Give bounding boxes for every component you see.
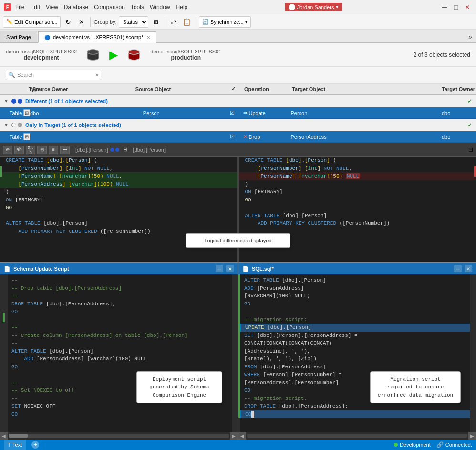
group2-collapse-icon[interactable]: ▼: [4, 122, 9, 127]
menu-help[interactable]: Help: [176, 4, 188, 10]
sql-balloon-text: Migration scriptrequired to ensureerrorf…: [378, 377, 453, 398]
sync-dropdown-icon[interactable]: ▾: [245, 20, 248, 24]
sql-panel-close[interactable]: ✕: [465, 265, 472, 272]
diff-line: ON [PRIMARY]: [239, 188, 476, 196]
panel-line: --: [8, 292, 232, 300]
status-development: Development: [394, 441, 431, 448]
group-different-header[interactable]: ▼ Different (1 of 1 objects selected) ✓: [0, 95, 476, 107]
schema-scroll-right[interactable]: ▶: [230, 432, 238, 440]
search-icon: 🔍: [6, 72, 15, 78]
diff-line: GO: [239, 196, 476, 204]
sql-scroll-left[interactable]: ◀: [238, 432, 246, 440]
panel-line: ALTER TABLE [dbo].[Person]: [240, 276, 470, 284]
panel-line-selected: GO: [240, 410, 470, 419]
table-header: Type Source Owner Source Object ✓ Operat…: [0, 84, 476, 95]
panel-line: SET NOEXEC OFF: [8, 402, 232, 410]
target-db-icon: [127, 48, 141, 62]
user-badge[interactable]: Jordan Sanders ▾: [285, 3, 343, 11]
schema-panel-icon: 📄: [4, 266, 10, 272]
diff-tb-btn1[interactable]: ⊕: [3, 146, 12, 154]
menu-database[interactable]: Database: [64, 4, 88, 10]
panel-line: GO: [8, 410, 232, 419]
edit-comparison-button[interactable]: ✏️ Edit Comparison...: [3, 16, 61, 28]
tab-close-button[interactable]: ✕: [146, 35, 150, 40]
diff-line-added: [PersonName] [nvarchar](50) NULL,: [0, 172, 237, 180]
schema-panel-close[interactable]: ✕: [226, 265, 234, 272]
filter-button[interactable]: ⊞: [150, 16, 162, 28]
search-area: 🔍 ✕: [0, 67, 476, 84]
col-operation: Operation: [240, 86, 288, 92]
schema-scroll-left[interactable]: ◀: [0, 432, 8, 440]
target-db-info: demo-mssql\SQLEXPRESS01 production: [150, 49, 221, 61]
comparison-arrow-icon: ▶: [109, 48, 118, 62]
group-only-target-header[interactable]: ▼ Only in Target (1 of 1 objects selecte…: [0, 119, 476, 131]
menu-tools[interactable]: Tools: [131, 4, 144, 10]
menu-file[interactable]: File: [15, 4, 24, 10]
search-clear-button[interactable]: ✕: [93, 73, 101, 78]
close-button[interactable]: ✕: [463, 2, 472, 12]
search-input[interactable]: [15, 72, 93, 78]
sql-panel-content[interactable]: ALTER TABLE [dbo].[Person] ADD [PersonAd…: [240, 274, 470, 432]
group-by-select[interactable]: Status: [119, 16, 148, 28]
panel-line: DROP TABLE [dbo].[PersonAddress];: [240, 402, 470, 410]
table-row[interactable]: Table ⊞ dbo Person ☑ ⇒ Update Person dbo: [0, 107, 476, 119]
row1-source-owner: dbo: [26, 110, 74, 116]
sql-hscroll[interactable]: ◀ ▶: [238, 432, 476, 440]
source-db-info: demo-mssql\SQLEXPRESS02 development: [6, 49, 77, 61]
diff-tb-btn6[interactable]: ☰: [60, 146, 70, 154]
menu-window[interactable]: Window: [150, 4, 170, 10]
panel-line: FROM [dbo].[PersonAddress]: [240, 363, 470, 371]
table-row[interactable]: Table ⊞ ☑ ✕ Drop PersonAddress dbo: [0, 131, 476, 143]
sql-panel-icon: 📄: [242, 266, 249, 272]
schema-panel-header: 📄 Schema Update Script ─ ✕: [0, 263, 238, 274]
panel-line: --: [8, 339, 232, 347]
schema-hscroll[interactable]: ◀ ▶: [0, 432, 238, 440]
comparison-header: demo-mssql\SQLEXPRESS02 development ▶ de…: [0, 43, 476, 67]
row1-check[interactable]: ☑: [225, 110, 239, 116]
sql-scrollbar[interactable]: [470, 274, 476, 432]
row1-target-owner: dbo: [438, 110, 476, 116]
menu-bar: File Edit View Database Comparison Tools…: [15, 4, 187, 10]
menu-comparison[interactable]: Comparison: [94, 4, 125, 10]
col-source-owner: Source Owner: [29, 86, 76, 92]
schema-panel-content[interactable]: -- -- Drop table [dbo].[PersonAddress] -…: [8, 274, 232, 432]
user-dropdown-icon[interactable]: ▾: [336, 4, 339, 10]
sql-scroll-right[interactable]: ▶: [468, 432, 476, 440]
close-comparison-button[interactable]: ✕: [76, 16, 87, 28]
row1-type: Table ⊞: [0, 109, 26, 116]
sql-scroll-track: [247, 434, 467, 438]
panel-line: [8, 316, 232, 324]
row2-check[interactable]: ☑: [225, 134, 239, 140]
diff-area: ⊕ ab a‥b ⊞ ≡ ☰ [dbo].[Person] ⊞ [dbo].[P…: [0, 143, 476, 262]
row2-type-label: Table: [10, 134, 22, 140]
menu-view[interactable]: View: [46, 4, 58, 10]
diff-tb-btn3[interactable]: a‥b: [26, 146, 35, 154]
target-db-name: production: [171, 54, 201, 61]
group1-check: ✓: [467, 98, 472, 105]
diff-dot2: [115, 148, 119, 152]
panel-line: [State]), ', '), [Zip]): [240, 355, 470, 363]
diff-tb-btn2[interactable]: ab: [14, 146, 24, 154]
diff-view-icon[interactable]: ⊟: [468, 147, 473, 153]
tab-comparison[interactable]: 🔵 development vs ...XPRESS01).scomp* ✕: [38, 31, 156, 43]
maximize-button[interactable]: □: [451, 2, 461, 12]
schema-scrollbar[interactable]: [232, 274, 238, 432]
sql-panel-minimize[interactable]: ─: [454, 265, 462, 272]
report-button[interactable]: 📋: [181, 16, 193, 28]
diff-tb-btn4[interactable]: ⊞: [37, 146, 47, 154]
menu-edit[interactable]: Edit: [30, 4, 40, 10]
refresh-button[interactable]: ↻: [62, 16, 74, 28]
schema-panel-minimize[interactable]: ─: [216, 265, 223, 272]
tab-overflow-button[interactable]: »: [465, 31, 476, 42]
separator1: [90, 17, 91, 27]
tab-start-page[interactable]: Start Page: [0, 31, 37, 42]
diff-right-label-header: ⊞: [123, 147, 127, 153]
status-text-tab[interactable]: T Text: [4, 440, 26, 450]
diff-tb-btn5[interactable]: ≡: [49, 146, 58, 154]
swap-button[interactable]: ⇄: [168, 16, 179, 28]
synchronize-button[interactable]: 🔄 Synchronize... ▾: [199, 16, 251, 28]
group1-collapse-icon[interactable]: ▼: [4, 98, 9, 104]
minimize-button[interactable]: ─: [440, 2, 449, 12]
source-db-name: development: [24, 54, 59, 61]
status-add-button[interactable]: +: [31, 441, 39, 449]
